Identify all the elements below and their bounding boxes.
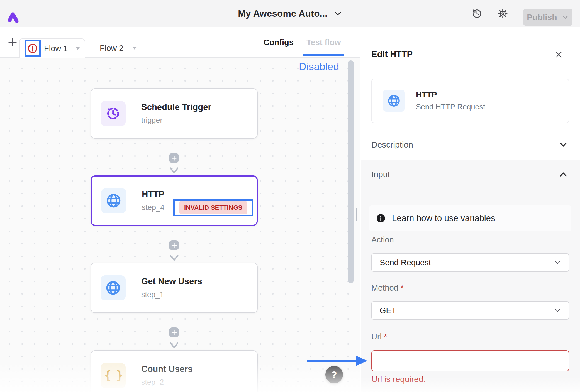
piece-title: HTTP xyxy=(416,90,485,99)
section-description-label: Description xyxy=(371,140,413,150)
help-button-label: ? xyxy=(331,369,337,380)
history-icon[interactable] xyxy=(472,0,482,27)
disabled-annotation-testflow: Disabled xyxy=(299,62,339,72)
step-title: HTTP xyxy=(142,189,164,199)
chevron-up-icon xyxy=(559,171,568,177)
tab-flow-1-label: Flow 1 xyxy=(44,44,68,53)
action-select[interactable]: Send Request xyxy=(371,253,569,272)
tab-test-flow[interactable]: Test flow xyxy=(306,27,341,58)
action-field-label: Action xyxy=(371,235,394,244)
step-title: Count Users xyxy=(141,364,192,374)
step-subtitle: trigger xyxy=(141,116,211,125)
piece-info-card: HTTP Send HTTP Request xyxy=(371,79,569,123)
chevron-down-icon xyxy=(554,308,561,313)
variables-help-link[interactable]: Learn how to use variables xyxy=(369,205,571,231)
settings-gear-icon[interactable] xyxy=(498,0,508,27)
step-title: Schedule Trigger xyxy=(141,102,211,112)
section-input[interactable]: Input xyxy=(360,166,580,183)
tab-flow-1[interactable]: Flow 1 xyxy=(19,38,85,58)
chevron-down-icon xyxy=(559,142,568,148)
required-asterisk: * xyxy=(401,283,404,292)
step-card-count-users[interactable]: { } Count Users step_2 xyxy=(91,350,258,392)
step-card-get-new-users[interactable]: Get New Users step_1 xyxy=(91,263,258,313)
globe-icon xyxy=(101,275,126,300)
page-title: My Awesome Auto... xyxy=(238,8,327,19)
action-select-value: Send Request xyxy=(380,258,431,267)
method-field-label: Method * xyxy=(371,283,404,293)
braces-icon: { } xyxy=(101,363,126,388)
add-step-button[interactable] xyxy=(169,240,179,250)
invalid-settings-badge: INVALID SETTINGS xyxy=(179,201,247,214)
app: My Awesome Auto... Publish xyxy=(0,0,580,392)
help-button[interactable]: ? xyxy=(325,366,343,383)
flow-title-menu[interactable]: My Awesome Auto... xyxy=(0,0,580,27)
url-error-message: Url is required. xyxy=(371,374,426,384)
add-step-button[interactable] xyxy=(169,327,179,337)
globe-icon xyxy=(383,90,405,112)
chevron-down-icon xyxy=(554,260,561,265)
testflow-underline-annotation xyxy=(303,54,344,56)
publish-button-label: Publish xyxy=(527,13,557,22)
alert-circle-icon xyxy=(27,43,38,54)
step-subtitle: step_2 xyxy=(141,378,192,387)
publish-button[interactable]: Publish xyxy=(523,9,572,26)
caret-down-icon[interactable] xyxy=(132,47,137,50)
method-select-value: GET xyxy=(380,306,396,315)
chevron-down-icon xyxy=(334,11,342,16)
edit-step-panel: Edit HTTP HTTP Send HTTP Request Descrip… xyxy=(360,27,580,392)
caret-down-icon[interactable] xyxy=(75,47,80,50)
invalid-settings-annotation-box: INVALID SETTINGS xyxy=(173,199,253,216)
tab-configs[interactable]: Configs xyxy=(264,27,294,58)
info-icon xyxy=(376,213,386,223)
url-input[interactable] xyxy=(371,350,569,371)
section-input-label: Input xyxy=(371,170,390,179)
arrow-down-icon xyxy=(169,342,179,349)
chevron-down-icon xyxy=(562,15,569,20)
add-flow-button[interactable] xyxy=(8,38,17,47)
tab-flow-2-label: Flow 2 xyxy=(100,44,123,53)
top-bar: My Awesome Auto... Publish xyxy=(0,0,580,27)
panel-resize-handle[interactable] xyxy=(356,208,357,221)
globe-icon xyxy=(101,188,126,213)
step-subtitle: step_1 xyxy=(141,290,202,299)
flow-tab-bar: Flow 1 Flow 2 Configs Test flow xyxy=(0,27,360,58)
variables-help-label: Learn how to use variables xyxy=(392,213,495,223)
url-field-label: Url * xyxy=(371,332,387,341)
close-icon[interactable] xyxy=(555,51,562,58)
section-description[interactable]: Description xyxy=(360,136,580,153)
step-card-schedule-trigger[interactable]: Schedule Trigger trigger xyxy=(91,88,258,139)
method-select[interactable]: GET xyxy=(371,301,569,320)
add-step-button[interactable] xyxy=(169,153,179,163)
canvas-scrollbar[interactable] xyxy=(348,60,354,283)
required-asterisk: * xyxy=(384,332,387,341)
panel-title: Edit HTTP xyxy=(371,49,413,59)
tab-flow-2[interactable]: Flow 2 xyxy=(100,38,137,58)
arrow-down-icon xyxy=(169,254,179,262)
step-card-http[interactable]: HTTP step_4 INVALID SETTINGS xyxy=(91,175,258,226)
step-title: Get New Users xyxy=(141,276,202,286)
step-subtitle: step_4 xyxy=(142,203,164,212)
clock-icon xyxy=(101,101,126,126)
piece-subtitle: Send HTTP Request xyxy=(416,103,485,111)
flow-canvas[interactable]: Disabled Schedule Trigger trigger xyxy=(0,58,360,392)
arrow-down-icon xyxy=(169,167,179,174)
flow-error-annotation-box xyxy=(25,40,41,57)
